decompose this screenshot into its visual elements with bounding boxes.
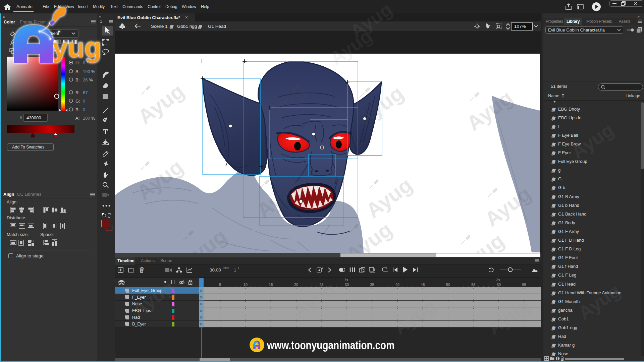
svg-text:yug: yug	[52, 32, 101, 63]
svg-text:Ayug: Ayug	[453, 229, 508, 253]
svg-text:A: A	[321, 267, 323, 270]
svg-text:Ayug: Ayug	[133, 79, 188, 128]
svg-text:Ayug: Ayug	[362, 173, 416, 222]
